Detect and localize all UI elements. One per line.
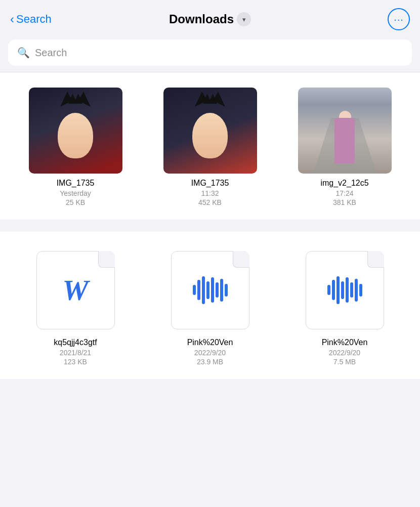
audio-waveform-icon (193, 276, 228, 304)
file-thumbnail (29, 88, 122, 174)
back-button[interactable]: ‹ Search (10, 12, 71, 26)
list-item[interactable]: Pink%20Ven 2022/9/20 23.9 MB (143, 242, 277, 374)
audio-waveform-icon (327, 276, 362, 304)
audio-doc-icon (171, 251, 249, 329)
image-file-grid: IMG_1735 Yesterday 25 KB IMG_1735 11:32 … (0, 72, 420, 220)
file-size: 381 KB (333, 198, 356, 206)
back-chevron-icon: ‹ (10, 12, 14, 26)
document-file-grid: W kq5qjj4c3gtf 2021/8/21 123 KB (0, 232, 420, 379)
dropdown-button[interactable]: ▾ (237, 12, 251, 26)
svg-marker-2 (195, 92, 207, 107)
file-size: 452 KB (198, 198, 222, 206)
file-date: 17:24 (335, 189, 353, 197)
search-placeholder-text: Search (35, 47, 67, 59)
search-icon: 🔍 (17, 47, 30, 59)
file-thumbnail (298, 88, 392, 174)
file-size: 7.5 MB (333, 358, 356, 366)
svg-point-6 (339, 111, 351, 123)
file-size: 123 KB (64, 358, 87, 366)
svg-rect-8 (347, 148, 351, 162)
svg-marker-3 (213, 92, 225, 107)
more-options-button[interactable]: ··· (388, 8, 410, 30)
file-name: IMG_1735 (57, 179, 95, 188)
file-date: Yesterday (60, 189, 91, 197)
list-item[interactable]: W kq5qjj4c3gtf 2021/8/21 123 KB (8, 242, 143, 374)
file-name: Pink%20Ven (187, 338, 233, 347)
search-bar-wrapper: 🔍 Search (0, 35, 420, 72)
bat-ears-icon (60, 92, 91, 107)
section-gap (0, 220, 420, 232)
list-item[interactable]: img_v2_12c5 17:24 381 KB (277, 82, 412, 215)
file-thumbnail (163, 247, 257, 333)
file-date: 2022/9/20 (194, 349, 226, 357)
svg-rect-7 (341, 147, 345, 162)
svg-rect-5 (340, 120, 351, 148)
document-files-section: W kq5qjj4c3gtf 2021/8/21 123 KB (0, 232, 420, 379)
street-scene-icon (298, 88, 392, 174)
page-title: Downloads (169, 12, 234, 26)
file-size: 25 KB (66, 198, 85, 206)
bat-ears-icon (195, 92, 225, 107)
file-date: 2022/9/20 (329, 349, 360, 357)
file-size: 23.9 MB (197, 358, 223, 366)
list-item[interactable]: IMG_1735 Yesterday 25 KB (8, 82, 143, 215)
header-title-group: Downloads ▾ (169, 12, 251, 26)
file-name: IMG_1735 (191, 179, 229, 188)
file-name: img_v2_12c5 (320, 179, 368, 188)
file-name: kq5qjj4c3gtf (54, 338, 97, 347)
ellipsis-icon: ··· (394, 14, 404, 25)
file-thumbnail (163, 88, 257, 174)
file-date: 11:32 (201, 189, 219, 197)
file-thumbnail (298, 247, 392, 333)
svg-marker-1 (78, 92, 91, 107)
header: ‹ Search Downloads ▾ ··· (0, 0, 420, 35)
svg-marker-4 (313, 118, 376, 174)
file-date: 2021/8/21 (60, 349, 91, 357)
image-files-section: IMG_1735 Yesterday 25 KB IMG_1735 11:32 … (0, 72, 420, 220)
list-item[interactable]: IMG_1735 11:32 452 KB (143, 82, 277, 215)
word-doc-icon: W (36, 251, 115, 329)
file-name: Pink%20Ven (322, 338, 368, 347)
audio-doc-icon (306, 251, 384, 329)
word-letter-icon: W (62, 273, 89, 307)
file-thumbnail: W (29, 247, 122, 333)
search-bar[interactable]: 🔍 Search (8, 39, 412, 66)
back-label: Search (16, 13, 52, 26)
list-item[interactable]: Pink%20Ven 2022/9/20 7.5 MB (277, 242, 412, 374)
divider (0, 72, 420, 72)
chevron-down-icon: ▾ (242, 16, 246, 23)
svg-marker-0 (60, 92, 72, 107)
